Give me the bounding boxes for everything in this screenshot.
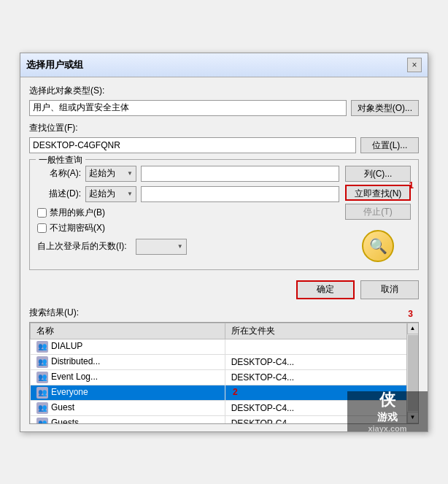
results-label: 搜索结果(U): bbox=[29, 307, 79, 319]
no-expiry-row: 不过期密码(X) bbox=[37, 222, 339, 234]
cancel-button[interactable]: 取消 bbox=[360, 280, 419, 299]
object-type-button[interactable]: 对象类型(O)... bbox=[351, 100, 419, 116]
row-name-cell: 👥Event Log... bbox=[31, 369, 225, 385]
row-name-cell: 👥DIALUP bbox=[31, 339, 225, 354]
no-expiry-checkbox[interactable] bbox=[37, 223, 47, 233]
row-name-cell: 👥Distributed... bbox=[31, 354, 225, 369]
title-bar: 选择用户或组 × bbox=[20, 53, 428, 77]
days-label: 自上次登录后的天数(I): bbox=[37, 240, 127, 253]
close-button[interactable]: × bbox=[407, 58, 422, 72]
name-label: 名称(A): bbox=[37, 167, 81, 180]
watermark: 侠 游戏 xiayx.com bbox=[347, 391, 428, 431]
location-row: 位置(L)... bbox=[29, 137, 419, 153]
disabled-account-checkbox[interactable] bbox=[37, 208, 47, 218]
table-row[interactable]: 👥Distributed...DESKTOP-C4... bbox=[31, 354, 418, 369]
badge-1: 1 bbox=[409, 180, 414, 191]
name-combo-arrow: ▼ bbox=[127, 170, 133, 177]
row-icon: 👥 bbox=[36, 387, 48, 399]
row-name-cell: 👥Everyone2 bbox=[31, 385, 225, 400]
row-icon: 👥 bbox=[36, 341, 48, 353]
table-row[interactable]: 👥DIALUP bbox=[31, 339, 418, 354]
row-icon: 👥 bbox=[36, 372, 48, 383]
table-row[interactable]: 👥Event Log...DESKTOP-C4... bbox=[31, 369, 418, 385]
row-name-cell: 👥Guests bbox=[31, 415, 225, 423]
row-icon: 👥 bbox=[36, 356, 48, 368]
object-type-input[interactable] bbox=[29, 100, 347, 116]
scroll-up-button[interactable]: ▲ bbox=[407, 323, 419, 334]
dialog-body: 选择此对象类型(S): 对象类型(O)... 查找位置(F): 位置(L)...… bbox=[20, 77, 428, 431]
table-header: 名称 所在文件夹 bbox=[31, 323, 418, 339]
disabled-account-row: 禁用的账户(B) bbox=[37, 207, 339, 219]
description-combo[interactable]: 起始为 ▼ bbox=[85, 186, 136, 202]
stop-button[interactable]: 停止(T) bbox=[345, 204, 411, 220]
description-text-input[interactable] bbox=[141, 186, 339, 202]
watermark-text: 侠 bbox=[368, 389, 406, 411]
object-type-row: 对象类型(O)... bbox=[29, 100, 419, 116]
row-folder-cell bbox=[225, 339, 417, 354]
location-button[interactable]: 位置(L)... bbox=[360, 137, 419, 153]
days-combo-arrow: ▼ bbox=[177, 243, 183, 250]
days-combo[interactable]: ▼ bbox=[136, 239, 187, 255]
bottom-buttons: 确定 取消 bbox=[29, 276, 419, 304]
ok-button[interactable]: 确定 bbox=[296, 280, 355, 299]
disabled-account-label: 禁用的账户(B) bbox=[50, 207, 105, 219]
select-user-dialog: 选择用户或组 × 选择此对象类型(S): 对象类型(O)... 查找位置(F):… bbox=[20, 53, 428, 432]
watermark-sub: 游戏 bbox=[368, 411, 406, 424]
watermark-site: xiayx.com bbox=[368, 424, 406, 433]
row-folder-cell: DESKTOP-C4... bbox=[225, 354, 417, 369]
badge-3: 3 bbox=[408, 309, 413, 319]
search-icon-area: 🔍 bbox=[345, 230, 411, 262]
row-icon: 👥 bbox=[36, 402, 48, 414]
name-row: 名称(A): 起始为 ▼ bbox=[37, 166, 339, 182]
description-row: 描述(D): 起始为 ▼ bbox=[37, 186, 339, 202]
badge-2: 2 bbox=[233, 387, 238, 397]
row-folder-cell: DESKTOP-C4... bbox=[225, 369, 417, 385]
days-row: 自上次登录后的天数(I): ▼ bbox=[37, 239, 339, 255]
right-buttons-area: 列(C)... 立即查找(N) 1 停止(T) 🔍 bbox=[345, 166, 411, 262]
object-type-label: 选择此对象类型(S): bbox=[29, 85, 419, 97]
description-label: 描述(D): bbox=[37, 188, 81, 200]
col-name: 名称 bbox=[31, 323, 225, 339]
location-input[interactable] bbox=[29, 137, 356, 153]
description-combo-arrow: ▼ bbox=[127, 191, 133, 197]
location-label: 查找位置(F): bbox=[29, 122, 419, 134]
row-name-cell: 👥Guest bbox=[31, 400, 225, 415]
search-icon: 🔍 bbox=[362, 230, 394, 262]
groupbox-legend: 一般性查询 bbox=[36, 154, 85, 166]
dialog-title: 选择用户或组 bbox=[26, 58, 83, 72]
general-query-group: 一般性查询 名称(A): 起始为 ▼ 描述(D): bbox=[29, 159, 419, 270]
no-expiry-label: 不过期密码(X) bbox=[50, 222, 105, 234]
row-icon: 👥 bbox=[36, 418, 48, 423]
col-folder: 所在文件夹 bbox=[225, 323, 417, 339]
name-text-input[interactable] bbox=[141, 166, 339, 182]
col-button[interactable]: 列(C)... bbox=[345, 166, 411, 182]
search-now-button[interactable]: 立即查找(N) 1 bbox=[345, 185, 411, 201]
name-combo[interactable]: 起始为 ▼ bbox=[85, 166, 136, 182]
